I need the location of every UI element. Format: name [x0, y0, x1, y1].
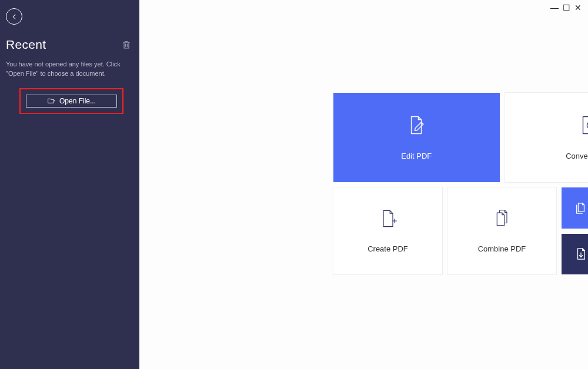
- convert-pdf-card[interactable]: Convert PDF: [505, 93, 589, 182]
- combine-pdf-label: Combine PDF: [478, 244, 526, 253]
- open-file-highlight: Open File...: [19, 88, 123, 114]
- recent-empty-message: You have not opened any files yet. Click…: [6, 60, 133, 79]
- recent-title: Recent: [6, 38, 46, 52]
- convert-pdf-icon: [578, 115, 588, 135]
- combine-pdf-icon: [493, 210, 512, 227]
- trash-icon[interactable]: [122, 40, 131, 49]
- back-button[interactable]: [6, 8, 22, 25]
- open-file-button[interactable]: Open File...: [26, 95, 117, 108]
- minimize-button[interactable]: —: [550, 4, 559, 12]
- open-file-icon: [47, 97, 55, 105]
- close-button[interactable]: ✕: [574, 4, 582, 12]
- edit-pdf-card[interactable]: Edit PDF: [333, 93, 500, 182]
- action-grid: Edit PDF Convert PDF: [333, 93, 588, 274]
- sidebar: Recent You have not opened any files yet…: [0, 0, 139, 369]
- combine-pdf-card[interactable]: Combine PDF: [447, 187, 556, 274]
- open-file-label: Open File...: [59, 97, 96, 105]
- main-panel: — ☐ ✕ Edit PDF: [139, 0, 588, 369]
- convert-pdf-label: Convert PDF: [566, 152, 588, 160]
- pdf-templates-icon: [574, 247, 587, 260]
- create-pdf-icon: [379, 209, 397, 228]
- create-pdf-card[interactable]: Create PDF: [333, 187, 442, 274]
- create-pdf-label: Create PDF: [368, 244, 408, 253]
- batch-process-icon: [574, 202, 587, 214]
- chevron-left-icon: [11, 14, 18, 20]
- maximize-button[interactable]: ☐: [562, 4, 570, 12]
- pdf-templates-card[interactable]: PDF Templates: [562, 234, 588, 275]
- edit-pdf-icon: [406, 115, 426, 135]
- batch-process-card[interactable]: Batch Process: [562, 187, 588, 229]
- edit-pdf-label: Edit PDF: [401, 152, 432, 160]
- window-controls: — ☐ ✕: [550, 4, 582, 12]
